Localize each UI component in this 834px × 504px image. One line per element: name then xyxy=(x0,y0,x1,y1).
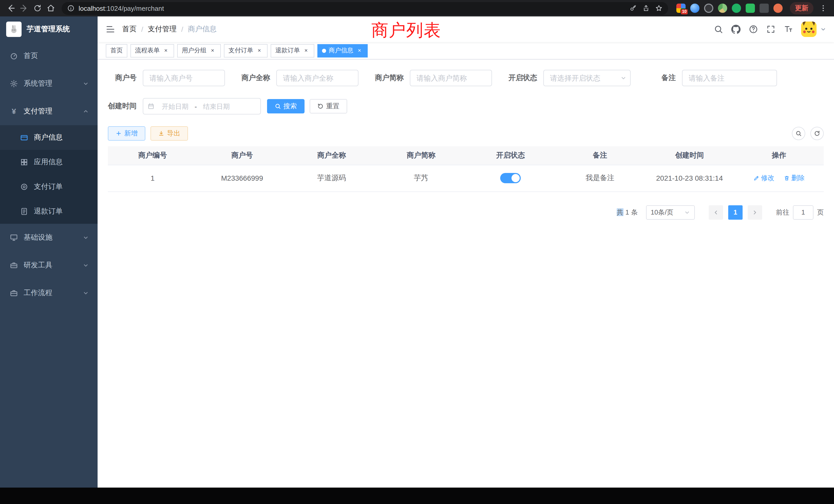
font-size-icon[interactable] xyxy=(784,25,793,34)
chevron-down-icon xyxy=(83,263,88,268)
edit-button[interactable]: 修改 xyxy=(753,174,774,183)
extension-icon[interactable] xyxy=(690,4,699,13)
column-header: 开启状态 xyxy=(466,146,555,165)
tab-home[interactable]: 首页 xyxy=(106,44,127,57)
site-info-icon[interactable] xyxy=(67,5,74,12)
password-key-icon[interactable] xyxy=(630,5,637,12)
add-button[interactable]: 新增 xyxy=(108,126,145,141)
toggle-search-button[interactable] xyxy=(792,127,805,140)
reload-icon[interactable] xyxy=(31,2,44,15)
extension-icon[interactable] xyxy=(732,4,741,13)
next-page-button[interactable] xyxy=(748,205,762,220)
extension-icon[interactable] xyxy=(746,4,755,13)
column-header: 创建时间 xyxy=(645,146,734,165)
gear-icon xyxy=(9,79,19,88)
sidebar-item-app-info[interactable]: 应用信息 xyxy=(0,150,97,175)
yen-icon: ¥ xyxy=(9,107,19,116)
table-header-row: 商户编号 商户号 商户全称 商户简称 开启状态 备注 创建时间 操作 xyxy=(108,146,824,165)
short-name-input[interactable] xyxy=(410,70,492,86)
hamburger-icon[interactable] xyxy=(106,25,115,34)
page-content: 商户号 商户全称 商户简称 开启状态 xyxy=(97,60,834,487)
sidebar-item-workflow[interactable]: 工作流程 xyxy=(0,279,97,307)
cell-create-time: 2021-10-23 08:31:14 xyxy=(645,165,734,191)
date-separator: - xyxy=(195,102,197,110)
sidebar-item-merchant-info[interactable]: 商户信息 xyxy=(0,125,97,150)
bookmark-star-icon[interactable] xyxy=(655,5,662,12)
end-date-input[interactable] xyxy=(198,102,235,110)
prev-page-button[interactable] xyxy=(709,205,723,220)
delete-button[interactable]: 删除 xyxy=(784,174,805,183)
sidebar-item-payment[interactable]: ¥ 支付管理 xyxy=(0,97,97,125)
sidebar-item-home[interactable]: 首页 xyxy=(0,42,97,70)
column-header: 商户简称 xyxy=(376,146,466,165)
sidebar-item-system[interactable]: 系统管理 xyxy=(0,70,97,97)
page-number-button[interactable]: 1 xyxy=(728,205,743,220)
profile-avatar-icon[interactable] xyxy=(773,4,783,13)
filter-row-2: 创建时间 - 搜索 xyxy=(108,98,824,114)
create-time-label: 创建时间 xyxy=(108,101,143,111)
tab-user-group[interactable]: 用户分组 xyxy=(177,44,221,57)
document-icon xyxy=(20,207,29,216)
breadcrumb-item-payment[interactable]: 支付管理 xyxy=(148,25,177,34)
github-icon[interactable] xyxy=(731,25,741,34)
reset-button[interactable]: 重置 xyxy=(310,99,347,113)
app-logo[interactable]: 芋道管理系统 xyxy=(0,17,97,42)
share-icon[interactable] xyxy=(642,5,650,12)
full-name-input[interactable] xyxy=(276,70,358,86)
status-select[interactable] xyxy=(543,70,631,86)
merchant-no-label: 商户号 xyxy=(108,73,143,83)
breadcrumb-item-home[interactable]: 首页 xyxy=(122,25,137,34)
date-range-picker[interactable]: - xyxy=(143,98,261,114)
extension-icon[interactable] xyxy=(718,4,727,13)
user-avatar[interactable] xyxy=(801,22,816,37)
filter-row-1: 商户号 商户全称 商户简称 开启状态 xyxy=(108,70,824,86)
status-toggle[interactable] xyxy=(500,173,521,183)
column-header: 操作 xyxy=(734,146,824,165)
back-icon[interactable] xyxy=(4,2,18,15)
chevron-down-icon[interactable] xyxy=(821,27,826,32)
dashboard-icon xyxy=(9,51,19,61)
full-name-label: 商户全称 xyxy=(241,73,276,83)
chevron-up-icon xyxy=(83,109,88,114)
close-icon[interactable] xyxy=(356,47,363,54)
start-date-input[interactable] xyxy=(157,102,194,110)
export-button[interactable]: 导出 xyxy=(151,126,188,141)
help-icon[interactable] xyxy=(749,25,758,34)
close-icon[interactable] xyxy=(162,47,170,54)
fullscreen-icon[interactable] xyxy=(766,25,775,34)
cell-merchant-no: M233666999 xyxy=(197,165,287,191)
browser-update-button[interactable]: 更新 xyxy=(790,2,813,14)
search-icon[interactable] xyxy=(714,25,723,34)
page-size-select[interactable]: 10条/页 xyxy=(646,205,695,220)
credit-card-icon xyxy=(20,133,29,142)
close-icon[interactable] xyxy=(209,47,216,54)
app-title: 芋道管理系统 xyxy=(27,25,70,34)
remark-input[interactable] xyxy=(682,70,777,86)
close-icon[interactable] xyxy=(303,47,310,54)
sidebar-item-refund-orders[interactable]: 退款订单 xyxy=(0,199,97,224)
extension-icon[interactable] xyxy=(704,4,713,13)
pin-extension-icon[interactable] xyxy=(760,4,769,13)
short-name-label: 商户简称 xyxy=(375,73,410,83)
sidebar-item-infrastructure[interactable]: 基础设施 xyxy=(0,224,97,251)
search-button[interactable]: 搜索 xyxy=(267,99,305,113)
tab-refund-orders[interactable]: 退款订单 xyxy=(271,44,314,57)
goto-page-input[interactable] xyxy=(793,205,813,220)
extension-icon[interactable]: 10 xyxy=(676,4,686,13)
browser-menu-icon[interactable] xyxy=(816,2,830,15)
tab-payment-orders[interactable]: 支付订单 xyxy=(224,44,267,57)
address-bar[interactable]: localhost:1024/pay/merchant xyxy=(62,2,668,15)
forward-icon[interactable] xyxy=(18,2,31,15)
merchant-no-input[interactable] xyxy=(143,70,225,86)
cell-merchant-id: 1 xyxy=(108,165,197,191)
tab-process-form[interactable]: 流程表单 xyxy=(130,44,174,57)
chevron-down-icon xyxy=(83,235,88,240)
refresh-table-button[interactable] xyxy=(810,127,824,140)
tab-merchant-info[interactable]: 商户信息 xyxy=(317,44,368,57)
home-icon[interactable] xyxy=(44,2,58,15)
close-icon[interactable] xyxy=(256,47,263,54)
status-select-input[interactable] xyxy=(543,70,631,86)
breadcrumb-separator: / xyxy=(181,25,183,33)
sidebar-item-payment-orders[interactable]: 支付订单 xyxy=(0,175,97,199)
sidebar-item-dev-tools[interactable]: 研发工具 xyxy=(0,251,97,279)
